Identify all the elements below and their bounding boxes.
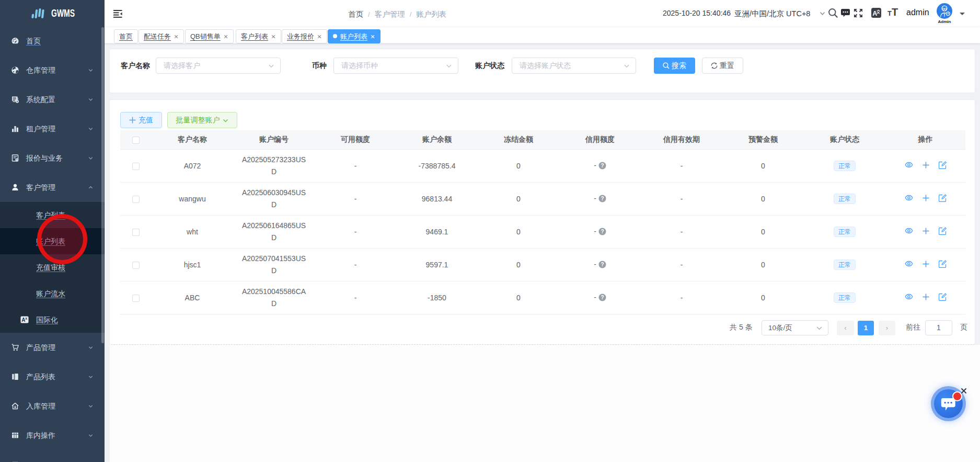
svg-text:x: x	[25, 317, 27, 320]
svg-text:?: ?	[601, 196, 604, 201]
svg-text:A: A	[872, 10, 877, 17]
svg-text:?: ?	[601, 295, 604, 300]
svg-text:?: ?	[601, 229, 604, 234]
svg-text:?: ?	[601, 163, 604, 168]
svg-text:?: ?	[601, 262, 604, 267]
